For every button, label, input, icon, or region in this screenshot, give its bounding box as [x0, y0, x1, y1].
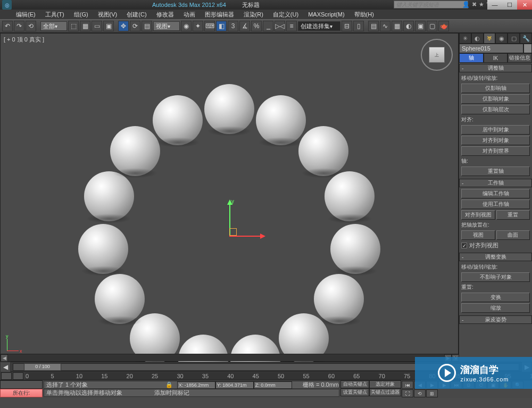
sphere-object[interactable] [110, 126, 160, 176]
place-surface-button[interactable]: 曲面 [496, 230, 530, 240]
reset-wp-button[interactable]: 重置 [496, 210, 530, 220]
object-name-field[interactable]: Sphere015 [459, 44, 523, 53]
subtab-ik[interactable]: IK [484, 53, 508, 63]
help-search-input[interactable] [394, 1, 468, 9]
sphere-object[interactable] [95, 274, 145, 324]
align-to-view-checkbox[interactable]: ✓对齐到视图 [461, 242, 530, 249]
affect-object-button[interactable]: 仅影响对象 [461, 94, 530, 104]
window-crossing-icon[interactable]: ▣ [103, 21, 114, 31]
curve-editor-icon[interactable]: ∿ [380, 21, 390, 31]
ref-coord-system[interactable]: 视图 ▾ [153, 21, 180, 31]
trackbar-toggle-icon[interactable] [1, 372, 12, 380]
coord-y-field[interactable] [215, 381, 254, 389]
layers-icon[interactable]: ▤ [368, 21, 379, 31]
sphere-object[interactable] [84, 171, 134, 221]
subtab-linkinfo[interactable]: 链接信息 [508, 53, 532, 63]
angle-snap-icon[interactable]: 3 [228, 21, 238, 31]
maxscript-listener-button[interactable]: 所在行: [0, 389, 43, 397]
material-editor-icon[interactable]: ◐ [403, 21, 414, 31]
link-icon[interactable]: ⟲ [26, 21, 36, 31]
scale-icon[interactable]: ▤ [142, 21, 152, 31]
tab-create-icon[interactable]: ✳ [459, 33, 471, 44]
render-icon[interactable]: 🫖 [438, 21, 449, 31]
edit-working-pivot-button[interactable]: 编辑工作轴 [461, 189, 530, 198]
qat-icon[interactable]: 👤 [462, 1, 470, 8]
menu-customize[interactable]: 自定义(U) [270, 10, 302, 20]
schematic-icon[interactable]: ▦ [392, 21, 402, 31]
tab-modify-icon[interactable]: ◐ [471, 33, 484, 44]
reset-pivot-button[interactable]: 重置轴 [461, 166, 530, 176]
viewcube-face[interactable]: 上 [429, 47, 445, 63]
maximize-button[interactable]: ☐ [502, 0, 517, 10]
menu-edit[interactable]: 编辑(E) [13, 10, 39, 20]
render-setup-icon[interactable]: ▣ [415, 21, 426, 31]
key-filters-button[interactable]: 关键点过滤器 [369, 388, 401, 396]
sphere-object[interactable] [325, 171, 375, 221]
menu-tools[interactable]: 工具(T) [42, 10, 68, 20]
affect-pivot-button[interactable]: 仅影响轴 [461, 84, 530, 93]
viewport[interactable]: [ + 0 顶 0 真实 ] 上 y yx ◀▶⇲ [0, 33, 459, 362]
align-tool-icon[interactable]: ▯ [353, 21, 364, 31]
max-toggle-icon[interactable]: ⊞ [426, 389, 438, 397]
object-color-swatch[interactable] [523, 44, 532, 53]
viewport-label[interactable]: [ + 0 顶 0 真实 ] [4, 36, 44, 44]
tab-utilities-icon[interactable]: 🔧 [520, 33, 532, 44]
select-name-icon[interactable]: ▦ [80, 21, 90, 31]
app-icon[interactable]: ◎ [2, 0, 12, 10]
sphere-object[interactable] [298, 126, 348, 176]
lock-icon[interactable]: 🔒 [165, 381, 173, 388]
viewcube[interactable]: 上 [421, 39, 453, 71]
auto-key-button[interactable]: 自动关键点 [340, 380, 369, 388]
rollout-skin-pose[interactable]: 蒙皮姿势 [459, 315, 532, 324]
selection-filter[interactable]: 全部 ▾ [40, 21, 67, 31]
manipulate-icon[interactable]: ✦ [193, 21, 203, 31]
sphere-object[interactable] [330, 224, 380, 274]
time-thumb[interactable]: 0 / 100 [24, 363, 61, 371]
place-view-button[interactable]: 视图 [461, 230, 495, 240]
affect-hierarchy-button[interactable]: 仅影响层次 [461, 105, 530, 114]
move-icon[interactable]: ✥ [118, 21, 129, 31]
align-icon[interactable]: ≡ [286, 21, 297, 31]
orbit-icon[interactable]: ⟲ [414, 389, 426, 397]
key-filter-combo[interactable]: 选定对象 [369, 380, 401, 388]
named-selection-set[interactable]: 创建选择集 ▾ [298, 21, 340, 31]
qat-icon[interactable]: ✖ [472, 1, 477, 8]
use-working-pivot-button[interactable]: 使用工作轴 [461, 199, 530, 209]
zoom-extents-icon[interactable]: ⛶ [402, 389, 413, 397]
rollout-adjust-transform[interactable]: 调整变换 [459, 253, 532, 261]
pivot-center-icon[interactable]: ◉ [181, 21, 192, 31]
spinner-snap-icon[interactable]: % [251, 21, 262, 31]
tab-hierarchy-icon[interactable]: ♅ [484, 33, 496, 44]
align-to-view-button[interactable]: 对齐到视图 [461, 210, 495, 220]
goto-start-icon[interactable]: ⏮ [402, 381, 413, 389]
reset-scale-button[interactable]: 缩放 [461, 303, 530, 313]
menu-animation[interactable]: 动画 [180, 10, 198, 20]
rollout-adjust-pivot[interactable]: 调整轴 [459, 64, 532, 72]
sphere-object[interactable] [153, 95, 203, 145]
align-to-object-button[interactable]: 对齐到对象 [461, 136, 530, 145]
menu-help[interactable]: 帮助(H) [351, 10, 377, 20]
menu-maxscript[interactable]: MAXScript(M) [305, 10, 347, 19]
coord-x-field[interactable] [177, 381, 215, 389]
minimize-button[interactable]: — [487, 0, 502, 10]
align-to-world-button[interactable]: 对齐到世界 [461, 146, 530, 156]
menu-modifiers[interactable]: 修改器 [153, 10, 177, 20]
redo-icon[interactable]: ↷ [14, 21, 24, 31]
sphere-object[interactable] [314, 274, 364, 324]
menu-create[interactable]: 创建(C) [123, 10, 149, 20]
render-frame-icon[interactable]: ▢ [427, 21, 437, 31]
coord-z-field[interactable] [254, 381, 292, 389]
keyboard-shortcut-icon[interactable]: ⌨ [204, 21, 215, 31]
center-to-object-button[interactable]: 居中到对象 [461, 125, 530, 135]
sphere-object[interactable] [204, 84, 254, 134]
set-key-button[interactable]: 设置关键点 [340, 388, 369, 396]
undo-icon[interactable]: ↶ [2, 21, 13, 31]
edge-constraint-icon[interactable]: ⎯ [263, 21, 273, 31]
mirror-tool-icon[interactable]: ⊟ [342, 21, 352, 31]
subtab-pivot[interactable]: 轴 [459, 53, 484, 63]
percent-snap-icon[interactable]: ∡ [239, 21, 250, 31]
dont-affect-children-button[interactable]: 不影响子对象 [461, 272, 530, 282]
qat-icon[interactable]: ★ [479, 1, 484, 8]
sphere-object[interactable] [256, 95, 306, 145]
trackbar-key-icon[interactable] [13, 372, 23, 380]
